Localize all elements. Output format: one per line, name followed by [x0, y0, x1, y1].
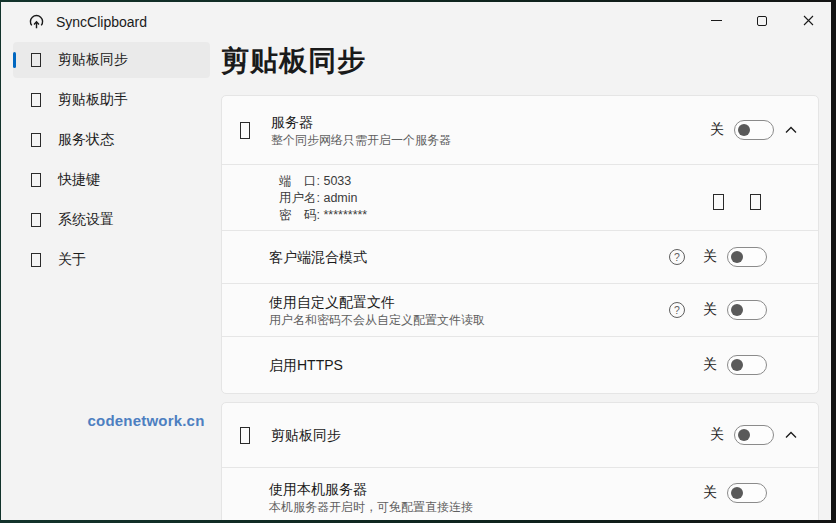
app-window: SyncClipboard 剪贴板同步 剪贴板助手 服务状态 快捷键 [1, 2, 831, 520]
close-icon [803, 15, 814, 26]
use-local-server-row: 使用本机服务器 本机服务器开启时，可免配置直接连接 关 [222, 468, 818, 520]
edit-credentials-icon[interactable] [750, 194, 761, 210]
sidebar-item-label: 剪贴板助手 [58, 91, 128, 109]
server-card: 服务器 整个同步网络只需开启一个服务器 关 端 口: 5033 用户名: adm… [221, 95, 819, 394]
watermark: codenetwork.cn [71, 412, 221, 429]
clipboard-sync-icon [240, 427, 250, 444]
clipboard-sync-icon [31, 53, 41, 67]
minimize-icon [711, 20, 722, 21]
sidebar-item-label: 关于 [58, 251, 86, 269]
server-port-line: 端 口: 5033 [279, 173, 367, 190]
server-icon [240, 122, 250, 139]
toggle-label: 关 [703, 248, 717, 266]
help-icon[interactable]: ? [669, 249, 685, 265]
toggle-label: 关 [703, 484, 717, 502]
chevron-up-icon [785, 126, 797, 134]
clipboard-assistant-icon [31, 93, 41, 107]
sidebar-item-about[interactable]: 关于 [13, 242, 210, 278]
sync-cloud-icon [27, 14, 46, 30]
hotkeys-icon [31, 173, 41, 187]
use-local-server-subtitle: 本机服务器开启时，可免配置直接连接 [269, 499, 473, 515]
selection-accent-bar [13, 52, 16, 68]
server-title: 服务器 [271, 113, 451, 132]
use-local-server-title: 使用本机服务器 [269, 480, 473, 499]
toggle-knob [738, 429, 750, 441]
enable-https-title: 启用HTTPS [269, 356, 343, 375]
service-status-icon [31, 133, 41, 147]
client-mixed-mode-row: 客户端混合模式 ? 关 [222, 231, 818, 283]
toggle-knob [731, 359, 743, 371]
copy-credentials-icon[interactable] [713, 194, 724, 210]
minimize-button[interactable] [693, 2, 739, 39]
toggle-knob [738, 124, 750, 136]
use-local-server-toggle[interactable] [727, 483, 767, 503]
sidebar-item-clipboard-sync[interactable]: 剪贴板同步 [13, 42, 210, 78]
custom-config-row: 使用自定义配置文件 用户名和密码不会从自定义配置文件读取 ? 关 [222, 284, 818, 336]
custom-config-title: 使用自定义配置文件 [269, 293, 485, 312]
clipboard-sync-collapse-chevron[interactable] [785, 431, 797, 439]
server-username-line: 用户名: admin [279, 190, 367, 207]
clipboard-sync-card-header[interactable]: 剪贴板同步 关 [222, 403, 818, 467]
sidebar-item-system-settings[interactable]: 系统设置 [13, 202, 210, 238]
app-title: SyncClipboard [56, 2, 147, 42]
maximize-button[interactable] [739, 2, 785, 39]
custom-config-toggle[interactable] [727, 300, 767, 320]
titlebar: SyncClipboard [1, 2, 831, 42]
sidebar-item-hotkeys[interactable]: 快捷键 [13, 162, 210, 198]
server-subtitle: 整个同步网络只需开启一个服务器 [271, 132, 451, 148]
system-settings-icon [31, 213, 41, 227]
sidebar-item-clipboard-assistant[interactable]: 剪贴板助手 [13, 82, 210, 118]
custom-config-subtitle: 用户名和密码不会从自定义配置文件读取 [269, 312, 485, 328]
about-icon [31, 253, 41, 267]
page-title: 剪贴板同步 [221, 42, 366, 80]
server-toggle-label: 关 [710, 121, 724, 139]
server-password-line: 密 码: ********* [279, 207, 367, 224]
toggle-knob [731, 251, 743, 263]
clipboard-sync-card: 剪贴板同步 关 使用本机服务器 本机服务器开启时，可免配置直接连接 关 [221, 402, 819, 520]
sidebar-item-label: 剪贴板同步 [58, 51, 128, 69]
toggle-knob [731, 487, 743, 499]
server-collapse-chevron[interactable] [785, 126, 797, 134]
toggle-label: 关 [703, 356, 717, 374]
sidebar-item-label: 服务状态 [58, 131, 114, 149]
maximize-icon [757, 16, 767, 26]
help-icon[interactable]: ? [669, 302, 685, 318]
server-detail-section: 端 口: 5033 用户名: admin 密 码: ********* [222, 165, 818, 230]
server-card-header[interactable]: 服务器 整个同步网络只需开启一个服务器 关 [222, 96, 818, 164]
client-mixed-mode-toggle[interactable] [727, 247, 767, 267]
toggle-knob [731, 304, 743, 316]
sidebar: 剪贴板同步 剪贴板助手 服务状态 快捷键 系统设置 关于 [13, 42, 210, 282]
sidebar-item-label: 快捷键 [58, 171, 100, 189]
sidebar-item-service-status[interactable]: 服务状态 [13, 122, 210, 158]
enable-https-row: 启用HTTPS 关 [222, 337, 818, 393]
sidebar-item-label: 系统设置 [58, 211, 114, 229]
close-button[interactable] [785, 2, 831, 39]
enable-https-toggle[interactable] [727, 355, 767, 375]
clipboard-sync-toggle[interactable] [734, 425, 774, 445]
client-mixed-mode-title: 客户端混合模式 [269, 248, 367, 267]
chevron-up-icon [785, 431, 797, 439]
clipboard-sync-toggle-label: 关 [710, 426, 724, 444]
clipboard-sync-title: 剪贴板同步 [271, 426, 341, 445]
server-toggle[interactable] [734, 120, 774, 140]
toggle-label: 关 [703, 301, 717, 319]
